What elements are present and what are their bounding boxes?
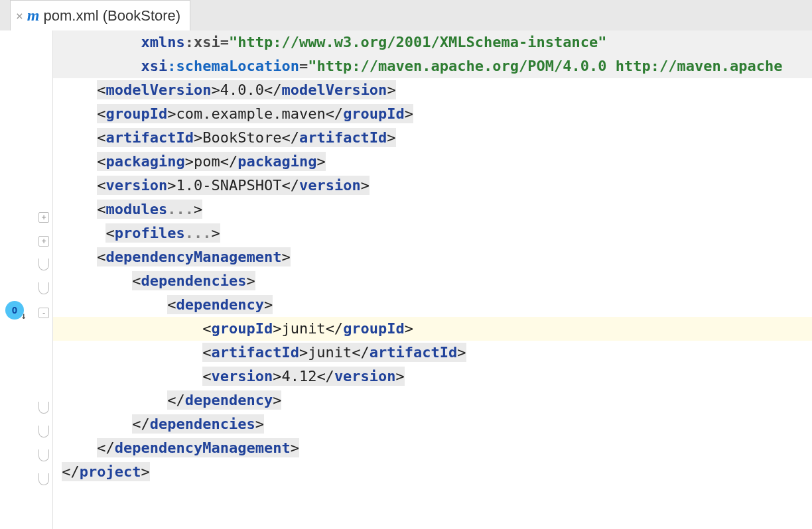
code-line: <dependencyManagement> [53,245,812,269]
code-line: <version>4.12</version> [53,365,812,388]
fold-collapse-icon[interactable] [38,282,49,294]
code-line: <dependencies> [53,269,812,293]
tab-title: pom.xml (BookStore) [44,7,181,25]
fold-expand-icon[interactable]: + [38,236,49,247]
code-line: <artifactId>junit</artifactId> [53,341,812,365]
close-tab-icon[interactable]: × [16,9,23,23]
fold-end-icon[interactable] [38,426,49,438]
editor-tab[interactable]: × m pom.xml (BookStore) [10,0,190,30]
maven-file-icon: m [27,7,40,25]
code-line: <groupId>com.example.maven</groupId> [53,102,812,126]
code-line: <profiles...> [53,221,812,245]
fold-end-icon[interactable] [38,449,49,461]
fold-end-icon[interactable] [38,473,49,485]
fold-expand-icon[interactable]: + [38,212,49,223]
fold-end-icon[interactable] [38,402,49,414]
code-line: </dependencyManagement> [53,436,812,460]
code-line: </dependency> [53,388,812,412]
code-line: xmlns:xsi="http://www.w3.org/2001/XMLSch… [53,30,812,54]
code-line: <modules...> [53,198,812,221]
fold-collapse-icon[interactable]: - [38,308,49,318]
code-line: <packaging>pom</packaging> [53,150,812,174]
code-line: <artifactId>BookStore</artifactId> [53,126,812,150]
fold-collapse-icon[interactable] [38,259,49,270]
inspection-icon[interactable]: O↓ [5,301,24,320]
code-line-highlighted: <groupId>junit</groupId> [53,317,812,341]
code-editor[interactable]: xmlns:xsi="http://www.w3.org/2001/XMLSch… [53,30,812,529]
code-line: </project> [53,460,812,484]
editor-gutter: + + - O↓ [0,30,53,529]
code-line: <modelVersion>4.0.0</modelVersion> [53,78,812,102]
code-line: <version>1.0-SNAPSHOT</version> [53,174,812,198]
code-line: <dependency> [53,293,812,317]
code-line: xsi:schemaLocation="http://maven.apache.… [53,54,812,78]
code-line: </dependencies> [53,412,812,436]
